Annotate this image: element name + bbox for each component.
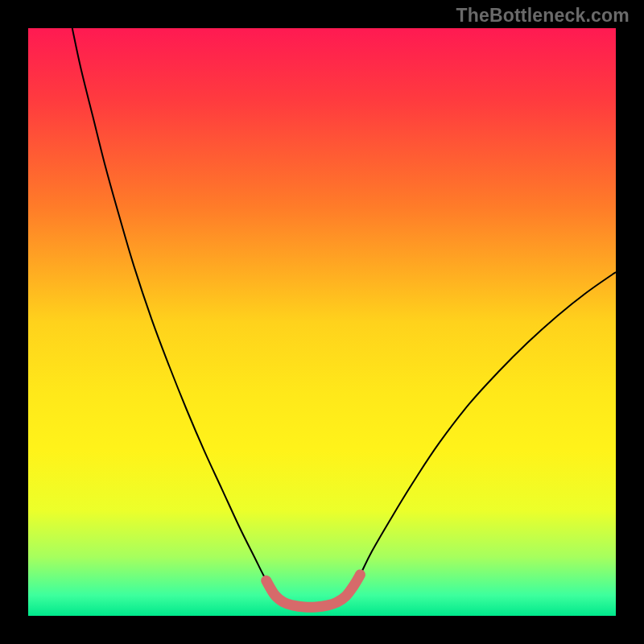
plot-area — [28, 28, 616, 616]
gradient-background — [28, 28, 616, 616]
watermark-text: TheBottleneck.com — [456, 5, 630, 27]
chart-container: TheBottleneck.com — [0, 0, 644, 644]
chart-svg — [28, 28, 616, 616]
